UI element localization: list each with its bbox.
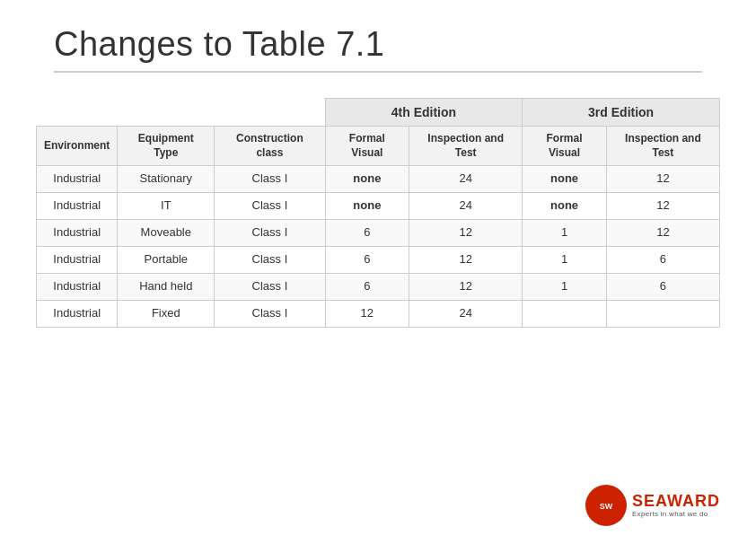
table-cell: Class I [215,300,325,327]
table-cell: Industrial [37,273,118,300]
table-cell: Portable [118,247,215,274]
logo-name: SEAWARD [632,493,720,511]
table-row: IndustrialPortableClass I61216 [37,247,720,274]
table-cell: Industrial [37,220,118,247]
table-cell: Stationary [118,166,215,193]
table-cell: 12 [409,247,523,274]
table-cell: 12 [409,273,523,300]
table-cell: Class I [215,247,325,274]
table-cell: Class I [215,220,325,247]
table-cell: 1 [523,247,607,274]
equipment-type-col-header: Equipment Type [118,127,215,166]
table-cell: Moveable [118,220,215,247]
table-cell: 12 [606,220,719,247]
inspection-test-3-col-header: Inspection and Test [606,127,719,166]
logo-area: SW SEAWARD Experts in what we do [585,485,720,526]
table-cell: Fixed [118,300,215,327]
table-cell: Class I [215,166,325,193]
table-cell: none [523,166,607,193]
table-cell: 12 [606,193,719,220]
table-cell [606,300,719,327]
table-cell: Class I [215,273,325,300]
table-body: IndustrialStationaryClass Inone24none12I… [37,166,720,327]
third-edition-header: 3rd Edition [523,99,720,127]
table-cell: none [325,166,409,193]
table-cell: Hand held [118,273,215,300]
column-header-row: Environment Equipment Type Construction … [37,127,720,166]
table-cell: 6 [606,273,719,300]
table-cell: Industrial [37,300,118,327]
table-row: IndustrialStationaryClass Inone24none12 [37,166,720,193]
logo-badge: SW [585,485,627,526]
table-cell: none [523,193,607,220]
formal-visual-4-col-header: Formal Visual [325,127,409,166]
table-cell: 24 [409,166,523,193]
page: Changes to Table 7.1 4th Edition 3rd Edi… [0,0,756,535]
logo-text: SEAWARD Experts in what we do [632,493,720,519]
table-cell: 1 [523,273,607,300]
logo-tagline: Experts in what we do [632,511,720,519]
seaward-logo-icon: SW [592,491,620,520]
table-cell: 24 [409,193,523,220]
empty-header-cell [37,99,326,127]
table-cell: Class I [215,193,325,220]
table-cell: 6 [325,247,409,274]
formal-visual-3-col-header: Formal Visual [523,127,607,166]
table-cell: Industrial [37,247,118,274]
table-container: 4th Edition 3rd Edition Environment Equi… [0,98,756,328]
table-cell: 12 [606,166,719,193]
page-title: Changes to Table 7.1 [54,25,702,64]
data-table: 4th Edition 3rd Edition Environment Equi… [36,98,720,328]
table-row: IndustrialFixedClass I1224 [37,300,720,327]
table-cell: 12 [325,300,409,327]
inspection-test-4-col-header: Inspection and Test [409,127,523,166]
table-row: IndustrialMoveableClass I612112 [37,220,720,247]
table-cell: 1 [523,220,607,247]
construction-class-col-header: Construction class [215,127,325,166]
svg-text:SW: SW [600,502,613,511]
fourth-edition-header: 4th Edition [325,99,523,127]
title-underline [54,71,702,73]
table-cell: 6 [606,247,719,274]
table-cell: 12 [409,220,523,247]
table-cell: 6 [325,273,409,300]
title-area: Changes to Table 7.1 [0,0,756,98]
table-cell: 24 [409,300,523,327]
table-cell: IT [118,193,215,220]
edition-header-row: 4th Edition 3rd Edition [37,99,720,127]
environment-col-header: Environment [37,127,118,166]
table-cell: none [325,193,409,220]
table-row: IndustrialITClass Inone24none12 [37,193,720,220]
table-cell: Industrial [37,166,118,193]
table-cell: Industrial [37,193,118,220]
table-cell [523,300,607,327]
table-row: IndustrialHand heldClass I61216 [37,273,720,300]
table-cell: 6 [325,220,409,247]
